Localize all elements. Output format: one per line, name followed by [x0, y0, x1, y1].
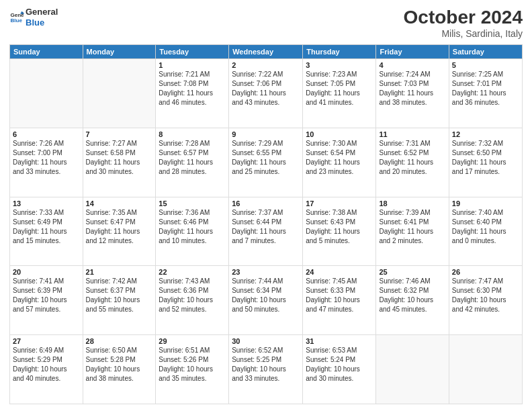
weekday-tuesday: Tuesday [156, 45, 229, 59]
day-info: Sunrise: 7:36 AM Sunset: 6:46 PM Dayligh… [159, 208, 226, 246]
calendar-cell: 21Sunrise: 7:42 AM Sunset: 6:37 PM Dayli… [83, 266, 156, 335]
day-info: Sunrise: 7:21 AM Sunset: 7:08 PM Dayligh… [159, 70, 226, 107]
day-number: 29 [159, 337, 226, 345]
day-number: 23 [232, 268, 300, 276]
day-number: 30 [232, 337, 300, 345]
calendar-cell: 3Sunrise: 7:23 AM Sunset: 7:05 PM Daylig… [303, 59, 376, 128]
day-number: 15 [159, 199, 226, 208]
svg-text:Blue: Blue [10, 17, 22, 24]
day-number: 21 [86, 268, 153, 276]
subtitle: Milis, Sardinia, Italy [404, 28, 523, 39]
day-info: Sunrise: 7:24 AM Sunset: 7:03 PM Dayligh… [379, 70, 445, 107]
calendar-cell: 6Sunrise: 7:26 AM Sunset: 7:00 PM Daylig… [10, 128, 83, 197]
day-info: Sunrise: 6:51 AM Sunset: 5:26 PM Dayligh… [159, 346, 226, 383]
day-number: 10 [306, 130, 373, 138]
week-row-2: 6Sunrise: 7:26 AM Sunset: 7:00 PM Daylig… [10, 128, 523, 197]
calendar-cell: 2Sunrise: 7:22 AM Sunset: 7:06 PM Daylig… [229, 59, 303, 128]
day-info: Sunrise: 7:28 AM Sunset: 6:57 PM Dayligh… [159, 139, 226, 177]
calendar-cell: 11Sunrise: 7:31 AM Sunset: 6:52 PM Dayli… [376, 128, 449, 197]
day-info: Sunrise: 7:26 AM Sunset: 7:00 PM Dayligh… [13, 139, 80, 177]
day-info: Sunrise: 7:47 AM Sunset: 6:30 PM Dayligh… [452, 277, 519, 314]
calendar-cell: 28Sunrise: 6:50 AM Sunset: 5:28 PM Dayli… [83, 335, 156, 404]
day-number: 4 [379, 61, 445, 69]
calendar-cell: 25Sunrise: 7:46 AM Sunset: 6:32 PM Dayli… [376, 266, 449, 335]
day-number: 12 [452, 130, 519, 138]
logo-text-general: General [26, 7, 58, 17]
day-number: 14 [86, 199, 153, 208]
calendar-cell: 15Sunrise: 7:36 AM Sunset: 6:46 PM Dayli… [156, 197, 229, 266]
calendar-cell: 9Sunrise: 7:29 AM Sunset: 6:55 PM Daylig… [229, 128, 303, 197]
day-info: Sunrise: 7:41 AM Sunset: 6:39 PM Dayligh… [13, 277, 80, 314]
weekday-monday: Monday [83, 45, 156, 59]
day-number: 17 [306, 199, 373, 208]
calendar-cell: 29Sunrise: 6:51 AM Sunset: 5:26 PM Dayli… [156, 335, 229, 404]
day-info: Sunrise: 7:35 AM Sunset: 6:47 PM Dayligh… [86, 208, 153, 246]
day-number: 18 [379, 199, 445, 208]
calendar: SundayMondayTuesdayWednesdayThursdayFrid… [9, 44, 523, 404]
calendar-cell [83, 59, 156, 128]
weekday-wednesday: Wednesday [229, 45, 303, 59]
day-info: Sunrise: 7:38 AM Sunset: 6:43 PM Dayligh… [306, 208, 373, 246]
day-number: 19 [452, 199, 519, 208]
logo-icon: General Blue [9, 10, 24, 25]
day-number: 26 [452, 268, 519, 276]
calendar-cell [10, 59, 83, 128]
day-info: Sunrise: 7:45 AM Sunset: 6:33 PM Dayligh… [306, 277, 373, 314]
calendar-cell: 23Sunrise: 7:44 AM Sunset: 6:34 PM Dayli… [229, 266, 303, 335]
day-number: 6 [13, 130, 80, 138]
day-number: 2 [232, 61, 300, 69]
day-number: 5 [452, 61, 519, 69]
day-number: 27 [13, 337, 80, 345]
day-number: 24 [306, 268, 373, 276]
day-info: Sunrise: 7:39 AM Sunset: 6:41 PM Dayligh… [379, 208, 445, 246]
day-info: Sunrise: 7:43 AM Sunset: 6:36 PM Dayligh… [159, 277, 226, 314]
calendar-cell: 8Sunrise: 7:28 AM Sunset: 6:57 PM Daylig… [156, 128, 229, 197]
calendar-cell [376, 335, 449, 404]
calendar-cell: 7Sunrise: 7:27 AM Sunset: 6:58 PM Daylig… [83, 128, 156, 197]
day-info: Sunrise: 7:42 AM Sunset: 6:37 PM Dayligh… [86, 277, 153, 314]
calendar-cell: 30Sunrise: 6:52 AM Sunset: 5:25 PM Dayli… [229, 335, 303, 404]
week-row-3: 13Sunrise: 7:33 AM Sunset: 6:49 PM Dayli… [10, 197, 523, 266]
day-number: 3 [306, 61, 373, 69]
weekday-friday: Friday [376, 45, 449, 59]
week-row-4: 20Sunrise: 7:41 AM Sunset: 6:39 PM Dayli… [10, 266, 523, 335]
day-number: 31 [306, 337, 373, 345]
calendar-cell: 20Sunrise: 7:41 AM Sunset: 6:39 PM Dayli… [10, 266, 83, 335]
day-info: Sunrise: 7:40 AM Sunset: 6:40 PM Dayligh… [452, 208, 519, 246]
calendar-cell: 26Sunrise: 7:47 AM Sunset: 6:30 PM Dayli… [449, 266, 522, 335]
day-info: Sunrise: 7:33 AM Sunset: 6:49 PM Dayligh… [13, 208, 80, 246]
day-info: Sunrise: 7:31 AM Sunset: 6:52 PM Dayligh… [379, 139, 445, 177]
day-info: Sunrise: 6:49 AM Sunset: 5:29 PM Dayligh… [13, 346, 80, 383]
calendar-cell: 12Sunrise: 7:32 AM Sunset: 6:50 PM Dayli… [449, 128, 522, 197]
day-number: 7 [86, 130, 153, 138]
day-info: Sunrise: 7:22 AM Sunset: 7:06 PM Dayligh… [232, 70, 300, 107]
calendar-cell: 18Sunrise: 7:39 AM Sunset: 6:41 PM Dayli… [376, 197, 449, 266]
day-info: Sunrise: 7:46 AM Sunset: 6:32 PM Dayligh… [379, 277, 445, 314]
calendar-cell: 22Sunrise: 7:43 AM Sunset: 6:36 PM Dayli… [156, 266, 229, 335]
calendar-cell: 24Sunrise: 7:45 AM Sunset: 6:33 PM Dayli… [303, 266, 376, 335]
day-number: 8 [159, 130, 226, 138]
calendar-cell: 27Sunrise: 6:49 AM Sunset: 5:29 PM Dayli… [10, 335, 83, 404]
calendar-cell: 14Sunrise: 7:35 AM Sunset: 6:47 PM Dayli… [83, 197, 156, 266]
page: General Blue General Blue October 2024 M… [0, 0, 532, 411]
logo-text-blue: Blue [26, 17, 58, 28]
title-block: October 2024 Milis, Sardinia, Italy [404, 7, 523, 39]
calendar-cell: 31Sunrise: 6:53 AM Sunset: 5:24 PM Dayli… [303, 335, 376, 404]
day-info: Sunrise: 7:37 AM Sunset: 6:44 PM Dayligh… [232, 208, 300, 246]
calendar-cell: 13Sunrise: 7:33 AM Sunset: 6:49 PM Dayli… [10, 197, 83, 266]
week-row-1: 1Sunrise: 7:21 AM Sunset: 7:08 PM Daylig… [10, 59, 523, 128]
day-number: 28 [86, 337, 153, 345]
day-number: 13 [13, 199, 80, 208]
weekday-thursday: Thursday [303, 45, 376, 59]
weekday-header-row: SundayMondayTuesdayWednesdayThursdayFrid… [10, 45, 523, 59]
day-number: 11 [379, 130, 445, 138]
day-info: Sunrise: 6:53 AM Sunset: 5:24 PM Dayligh… [306, 346, 373, 383]
calendar-cell: 1Sunrise: 7:21 AM Sunset: 7:08 PM Daylig… [156, 59, 229, 128]
week-row-5: 27Sunrise: 6:49 AM Sunset: 5:29 PM Dayli… [10, 335, 523, 404]
calendar-cell: 10Sunrise: 7:30 AM Sunset: 6:54 PM Dayli… [303, 128, 376, 197]
day-info: Sunrise: 6:50 AM Sunset: 5:28 PM Dayligh… [86, 346, 153, 383]
calendar-cell: 19Sunrise: 7:40 AM Sunset: 6:40 PM Dayli… [449, 197, 522, 266]
day-number: 25 [379, 268, 445, 276]
day-info: Sunrise: 7:23 AM Sunset: 7:05 PM Dayligh… [306, 70, 373, 107]
header: General Blue General Blue October 2024 M… [9, 7, 523, 39]
